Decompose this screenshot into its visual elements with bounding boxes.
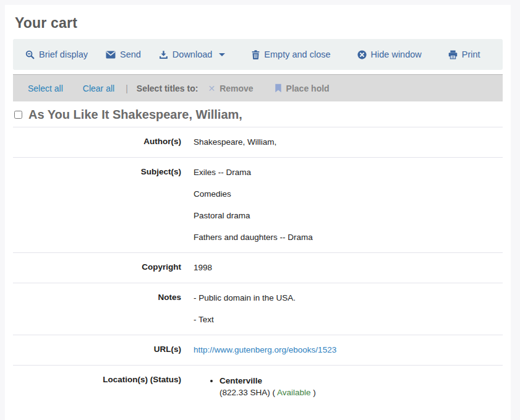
circle-x-icon [357,50,367,59]
send-button[interactable]: Send [106,49,141,59]
subject-value: Fathers and daughters -- Drama [194,232,503,243]
copyright-value: 1998 [194,262,503,273]
empty-and-close-button[interactable]: Empty and close [252,49,330,59]
select-titles-label: Select titles to: [137,84,198,93]
hide-window-label: Hide window [371,49,422,59]
empty-and-close-label: Empty and close [264,49,330,59]
table-row-subjects: Subject(s) Exiles -- Drama Comedies Past… [13,158,503,253]
zoom-out-icon [25,50,35,59]
record-details-table: Author(s) Shakespeare, William, Subject(… [13,127,503,408]
availability-status: Available [277,388,311,397]
author-value: Shakespeare, William, [194,137,503,148]
note-value: - Text [194,314,503,325]
record-title-row: As You Like It Shakespeare, William, [13,101,503,127]
subject-value: Exiles -- Drama [194,167,503,178]
remove-label: Remove [220,84,253,93]
field-label: Subject(s) [13,158,194,253]
bookmark-icon [275,84,282,93]
brief-display-label: Brief display [39,49,88,59]
subject-value: Comedies [194,189,503,200]
separator: | [126,84,128,93]
clear-all-link[interactable]: Clear all [83,84,114,93]
table-row-authors: Author(s) Shakespeare, William, [13,127,503,158]
selection-bar: Select all Clear all | Select titles to:… [13,74,503,101]
location-list: Centerville (822.33 SHA) ( Available ) [194,375,503,398]
record-url-link[interactable]: http://www.gutenberg.org/ebooks/1523 [194,345,336,354]
field-label: Notes [13,283,194,335]
download-icon [159,50,168,59]
table-row-notes: Notes - Public domain in the USA. - Text [13,283,503,335]
download-label: Download [173,49,213,59]
caret-down-icon [219,53,225,56]
select-all-link[interactable]: Select all [28,84,63,93]
send-label: Send [120,49,141,59]
subject-value: Pastoral drama [194,210,503,221]
place-hold-button[interactable]: Place hold [275,84,330,93]
field-label: Copyright [13,253,194,283]
record-checkbox[interactable] [14,111,22,119]
print-button[interactable]: Print [448,49,480,59]
record-title-link[interactable]: As You Like It Shakespeare, William, [28,108,242,122]
envelope-icon [106,51,116,59]
table-row-copyright: Copyright 1998 [13,253,503,283]
table-row-urls: URL(s) http://www.gutenberg.org/ebooks/1… [13,335,503,366]
hide-window-button[interactable]: Hide window [357,49,422,59]
cart-toolbar: Brief display Send Download Empty a [13,39,503,70]
location-call-number: (822.33 SHA) ( [220,388,277,397]
location-item: Centerville (822.33 SHA) ( Available ) [220,375,503,398]
cart-window: Your cart Brief display Send Download [5,5,511,420]
location-name: Centerville [220,376,262,385]
table-row-locations: Location(s) (Status) Centerville (822.33… [13,366,503,408]
field-label: URL(s) [13,335,194,366]
note-value: - Public domain in the USA. [194,293,503,304]
field-label: Location(s) (Status) [13,366,194,408]
print-label: Print [462,49,480,59]
trash-icon [252,50,260,59]
printer-icon [448,50,458,59]
brief-display-button[interactable]: Brief display [25,49,88,59]
place-hold-label: Place hold [286,84,330,93]
remove-x-icon: ✕ [208,84,215,93]
location-call-suffix: ) [311,388,316,397]
download-button[interactable]: Download [159,49,226,59]
field-label: Author(s) [13,127,194,158]
remove-button[interactable]: ✕ Remove [208,84,253,93]
page-title: Your cart [5,6,511,39]
